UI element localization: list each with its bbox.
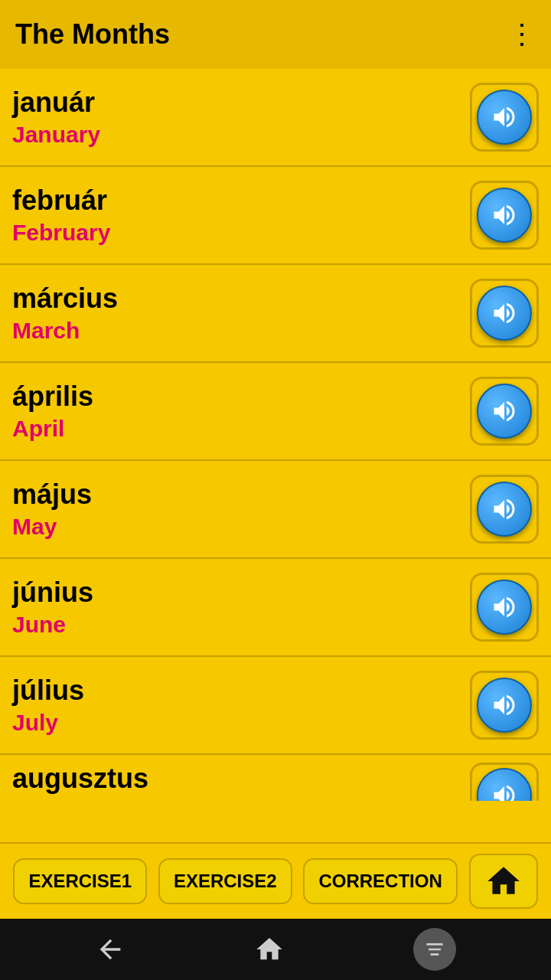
- speaker-button-majus[interactable]: [470, 475, 539, 544]
- month-text-februar: február February: [12, 185, 110, 246]
- months-list: január January február February: [0, 69, 551, 842]
- page-title: The Months: [15, 18, 170, 51]
- speaker-button-julius[interactable]: [470, 671, 539, 740]
- month-native: május: [12, 479, 92, 511]
- month-native: március: [12, 283, 118, 315]
- month-english: June: [12, 612, 93, 638]
- sound-icon: [491, 299, 518, 327]
- list-item: július July: [0, 657, 551, 755]
- list-item: április April: [0, 363, 551, 461]
- recents-button[interactable]: [413, 928, 456, 971]
- list-item: május May: [0, 461, 551, 559]
- sound-icon: [491, 103, 518, 131]
- speaker-button-junius[interactable]: [470, 573, 539, 642]
- speaker-circle: [477, 768, 532, 801]
- back-icon: [95, 934, 126, 965]
- month-native: április: [12, 381, 93, 413]
- list-item: június June: [0, 559, 551, 657]
- list-item-partial: augusztus: [0, 755, 551, 801]
- sound-icon: [491, 691, 518, 719]
- home-button[interactable]: [469, 854, 538, 909]
- month-text-marcius: március March: [12, 283, 118, 344]
- month-english: February: [12, 220, 110, 246]
- month-text-aprilis: április April: [12, 381, 93, 442]
- speaker-circle: [477, 286, 532, 341]
- sound-icon: [491, 495, 518, 523]
- correction-button[interactable]: CORRECTION: [303, 858, 457, 904]
- speaker-circle: [477, 678, 532, 733]
- speaker-button-augusztus[interactable]: [470, 763, 539, 801]
- list-item: január January: [0, 69, 551, 167]
- speaker-circle: [477, 580, 532, 635]
- month-text-majus: május May: [12, 479, 92, 540]
- exercise2-button[interactable]: EXERCISE2: [158, 858, 292, 904]
- menu-icon[interactable]: ⋮: [508, 18, 536, 51]
- speaker-circle: [477, 90, 532, 145]
- month-text-januar: január January: [12, 87, 100, 148]
- speaker-circle: [477, 188, 532, 243]
- month-native: augusztus: [12, 763, 148, 795]
- speaker-button-marcius[interactable]: [470, 279, 539, 348]
- bottom-toolbar: EXERCISE1 EXERCISE2 CORRECTION: [0, 842, 551, 919]
- month-english: May: [12, 514, 92, 540]
- speaker-circle: [477, 384, 532, 439]
- month-native: július: [12, 675, 84, 707]
- exercise1-button[interactable]: EXERCISE1: [13, 858, 147, 904]
- sound-icon: [491, 782, 518, 801]
- android-home-button[interactable]: [254, 934, 285, 965]
- month-text-augusztus: augusztus: [12, 763, 148, 795]
- month-english: January: [12, 122, 100, 148]
- list-item: március March: [0, 265, 551, 363]
- month-text-julius: július July: [12, 675, 84, 736]
- list-item: február February: [0, 167, 551, 265]
- top-bar: The Months ⋮: [0, 0, 551, 69]
- back-button[interactable]: [95, 934, 126, 965]
- month-english: April: [12, 416, 93, 442]
- month-native: február: [12, 185, 110, 217]
- recents-icon: [422, 937, 447, 962]
- android-home-icon: [254, 934, 285, 965]
- speaker-button-januar[interactable]: [470, 83, 539, 152]
- sound-icon: [491, 201, 518, 229]
- month-english: March: [12, 318, 118, 344]
- sound-icon: [491, 593, 518, 621]
- speaker-circle: [477, 482, 532, 537]
- sound-icon: [491, 397, 518, 425]
- month-text-junius: június June: [12, 577, 93, 638]
- speaker-button-aprilis[interactable]: [470, 377, 539, 446]
- month-english: July: [12, 710, 84, 736]
- month-native: június: [12, 577, 93, 609]
- home-icon: [484, 862, 523, 900]
- speaker-button-februar[interactable]: [470, 181, 539, 250]
- android-nav-bar: [0, 919, 551, 980]
- month-native: január: [12, 87, 100, 119]
